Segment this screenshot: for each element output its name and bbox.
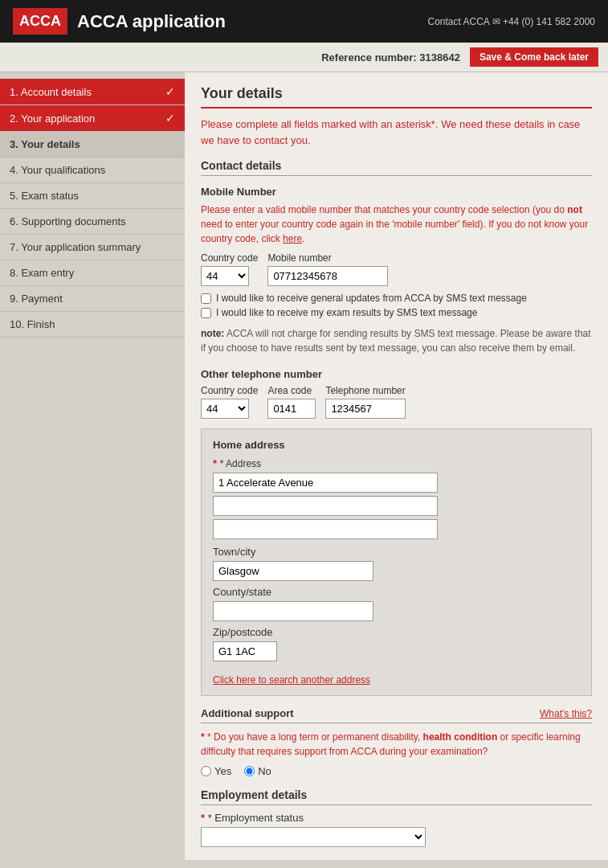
- intro-text: Please complete all fields marked with a…: [201, 117, 592, 148]
- no-radio-item: No: [244, 765, 271, 777]
- header-left: ACCA ACCA application: [13, 8, 226, 35]
- zip-input[interactable]: [213, 641, 277, 661]
- sidebar-item-qualifications[interactable]: 4. Your qualifications: [0, 158, 185, 183]
- address-line3-input[interactable]: [213, 519, 438, 539]
- contact-label: Contact ACCA: [428, 16, 490, 27]
- county-label: County/state: [213, 586, 580, 598]
- main-content: Your details Please complete all fields …: [185, 72, 608, 860]
- town-label: Town/city: [213, 546, 580, 558]
- reference-number: Reference number: 3138642: [321, 51, 460, 63]
- mobile-number-input[interactable]: [267, 266, 388, 286]
- yes-no-radio-group: Yes No: [201, 765, 592, 777]
- app-header: ACCA ACCA application Contact ACCA ✉ +44…: [0, 0, 608, 43]
- employment-status-select[interactable]: Employed full-time Employed part-time Se…: [201, 827, 426, 847]
- sms-general-row: I would like to receive general updates …: [201, 293, 592, 304]
- no-radio[interactable]: [244, 766, 255, 776]
- sidebar-item-finish[interactable]: 10. Finish: [0, 312, 185, 338]
- app-title: ACCA application: [77, 11, 226, 32]
- sidebar-item-account-details[interactable]: 1. Account details ✓: [0, 79, 185, 105]
- area-code-input[interactable]: [267, 399, 316, 419]
- area-code-group: Area code: [267, 385, 316, 419]
- sms-general-label: I would like to receive general updates …: [216, 293, 527, 304]
- town-input[interactable]: [213, 561, 373, 581]
- area-code-label: Area code: [267, 385, 316, 396]
- page-title: Your details: [201, 85, 592, 108]
- employment-heading: Employment details: [201, 788, 592, 805]
- sidebar-item-app-summary[interactable]: 7. Your application summary: [0, 235, 185, 260]
- telephone-group: Telephone number: [325, 385, 406, 419]
- top-bar: Reference number: 3138642 Save & Come ba…: [0, 43, 608, 72]
- sms-results-label: I would like to receive my exam results …: [216, 307, 477, 318]
- other-country-code-select[interactable]: 44 1 33: [201, 399, 249, 419]
- support-title: Additional support: [201, 707, 294, 719]
- mobile-section-title: Mobile Number: [201, 186, 592, 198]
- telephone-input[interactable]: [325, 399, 406, 419]
- sms-general-checkbox[interactable]: [201, 293, 211, 304]
- address-line2-input[interactable]: [213, 496, 438, 516]
- sms-results-checkbox[interactable]: [201, 308, 211, 318]
- mobile-number-group: Mobile number: [267, 252, 388, 286]
- support-header: Additional support What's this?: [201, 707, 592, 723]
- home-address-title: Home address: [213, 439, 580, 451]
- contact-phone: +44 (0) 141 582 2000: [503, 16, 595, 27]
- sidebar-item-supporting-docs[interactable]: 6. Supporting documents: [0, 209, 185, 235]
- yes-radio-item: Yes: [201, 765, 231, 777]
- sidebar-item-exam-entry[interactable]: 8. Exam entry: [0, 260, 185, 286]
- employment-status-label: * * Employment status: [201, 812, 592, 824]
- other-phone-title: Other telephone number: [201, 368, 592, 380]
- save-button[interactable]: Save & Come back later: [470, 47, 598, 67]
- other-country-code-label: Country code: [201, 385, 258, 396]
- address-label: * * Address: [213, 457, 580, 469]
- county-input[interactable]: [213, 601, 373, 621]
- sidebar: 1. Account details ✓ 2. Your application…: [0, 72, 185, 860]
- country-code-label: Country code: [201, 252, 258, 264]
- additional-support-section: Additional support What's this? * * Do y…: [201, 707, 592, 777]
- header-contact: Contact ACCA ✉ +44 (0) 141 582 2000: [428, 16, 596, 27]
- sidebar-item-your-application[interactable]: 2. Your application ✓: [0, 105, 185, 132]
- mobile-info: Please enter a valid mobile number that …: [201, 203, 592, 246]
- ref-value: 3138642: [419, 51, 460, 63]
- home-address-box: Home address * * Address Town/city Count…: [201, 428, 592, 696]
- zip-label: Zip/postcode: [213, 626, 580, 638]
- no-label: No: [258, 765, 271, 777]
- whats-this-link[interactable]: What's this?: [540, 708, 592, 719]
- country-code-select[interactable]: 44 1 33: [201, 266, 249, 286]
- country-code-group: Country code 44 1 33: [201, 252, 258, 286]
- checkmark-icon-2: ✓: [165, 112, 175, 125]
- sms-note: note: ACCA will not charge for sending r…: [201, 326, 592, 355]
- acca-logo: ACCA: [13, 8, 67, 35]
- support-question: * * Do you have a long term or permanent…: [201, 730, 592, 759]
- sidebar-item-your-details[interactable]: 3. Your details: [0, 132, 185, 158]
- yes-radio[interactable]: [201, 766, 211, 776]
- other-phone-form-row: Country code 44 1 33 Area code Telephone…: [201, 385, 592, 419]
- address-line1-input[interactable]: [213, 473, 438, 493]
- yes-label: Yes: [214, 765, 231, 777]
- page-layout: 1. Account details ✓ 2. Your application…: [0, 72, 608, 860]
- employment-section: Employment details * * Employment status…: [201, 788, 592, 847]
- checkmark-icon-1: ✓: [165, 85, 175, 98]
- mobile-number-label: Mobile number: [267, 252, 388, 264]
- sidebar-item-payment[interactable]: 9. Payment: [0, 286, 185, 312]
- sms-results-row: I would like to receive my exam results …: [201, 307, 592, 318]
- country-code-link[interactable]: here: [283, 233, 302, 244]
- other-country-code-group: Country code 44 1 33: [201, 385, 258, 419]
- sidebar-item-exam-status[interactable]: 5. Exam status: [0, 183, 185, 209]
- telephone-label: Telephone number: [325, 385, 406, 396]
- contact-details-heading: Contact details: [201, 159, 592, 176]
- search-address-link[interactable]: Click here to search another address: [213, 674, 370, 686]
- mobile-form-row: Country code 44 1 33 Mobile number: [201, 252, 592, 286]
